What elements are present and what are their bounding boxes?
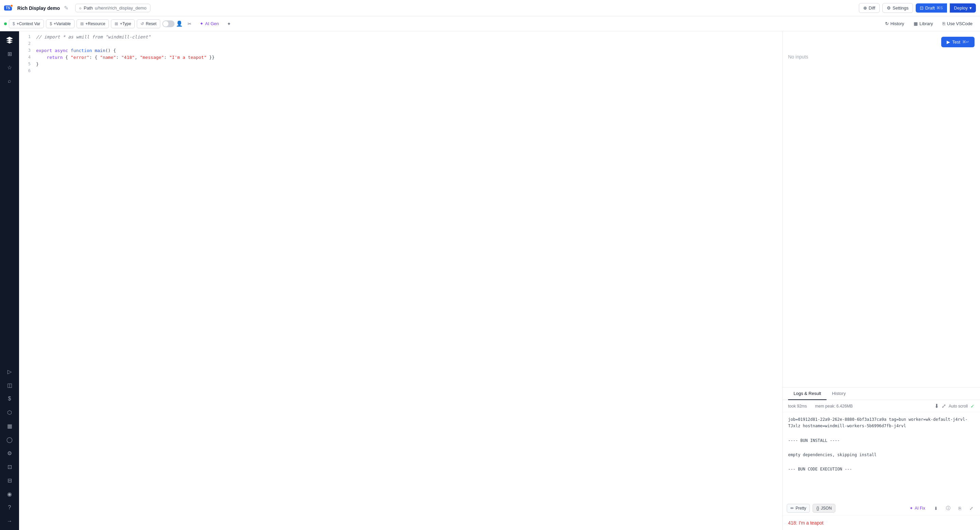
log-line-1: job=01912d81-22a9-262e-8880-6bf3a137ca9a… [788, 416, 975, 429]
pretty-tab[interactable]: ✏ Pretty [787, 504, 810, 513]
sidebar-item-star[interactable]: ☆ [3, 61, 16, 73]
code-line-3: 3 export async function main() { [19, 48, 782, 54]
test-kbd: ⌘↵ [962, 40, 969, 44]
log-line-5: empty dependencies, skipping install [788, 452, 975, 458]
draft-button[interactable]: ⊡ Draft ⌘S [916, 3, 947, 13]
person-icon: 👤 [176, 21, 183, 27]
sidebar-item-users[interactable]: ◯ [3, 433, 16, 446]
code-line-4: 4 return { "error": { "name": "418", "me… [19, 54, 782, 61]
right-panel: ▶ Test ⌘↵ No inputs Logs & Result Histor… [783, 31, 980, 530]
path-badge[interactable]: ⟐ Path u/henri/rich_display_demo [75, 4, 150, 12]
reset-icon: ↺ [140, 21, 144, 26]
took-label: took 92ms [788, 404, 807, 409]
result-expand-button[interactable]: ⤢ [967, 505, 976, 512]
result-error: 418: I'm a teapot [788, 520, 824, 525]
result-download-button[interactable]: ⬇ [931, 505, 940, 512]
dollar-icon: $ [13, 21, 15, 26]
library-button[interactable]: ▦ Library [910, 19, 937, 28]
mem-label: mem peak: 6.426MB [815, 404, 853, 409]
status-dot [4, 22, 7, 25]
resource-button[interactable]: ⊞ +Resource [76, 19, 109, 28]
sidebar-item-money[interactable]: $ [3, 393, 16, 405]
download-icon[interactable]: ⬇ [934, 403, 939, 409]
code-line-6: 6 [19, 68, 782, 75]
sidebar-item-home[interactable]: ⊞ [3, 48, 16, 60]
result-toolbar: ✏ Pretty {} JSON ✦ AI Fix ⬇ ⓘ ⎘ ⤢ [783, 501, 980, 516]
test-button[interactable]: ▶ Test ⌘↵ [941, 37, 975, 47]
sidebar-item-logo[interactable] [3, 34, 16, 46]
resource-icon: ⊞ [80, 21, 84, 26]
result-info-button[interactable]: ⓘ [943, 504, 953, 513]
library-icon: ▦ [914, 21, 918, 26]
test-header: ▶ Test ⌘↵ [788, 37, 975, 47]
sidebar-item-settings[interactable]: ⚙ [3, 447, 16, 459]
diff-icon: ⊕ [863, 5, 867, 11]
top-bar: TS Rich Display demo ✎ ⟐ Path u/henri/ri… [0, 0, 980, 16]
context-var-button[interactable]: $ +Context Var [9, 19, 44, 28]
logs-area: Logs & Result History took 92ms mem peak… [783, 387, 980, 530]
toggle-knob [163, 21, 169, 27]
ts-badge: TS [4, 5, 12, 11]
sidebar-item-help[interactable]: ? [3, 501, 16, 514]
path-icon: ⟐ [79, 5, 82, 11]
play-icon: ▶ [947, 40, 950, 44]
code-line-2: 2 [19, 41, 782, 48]
settings-button[interactable]: ⚙ Settings [882, 3, 913, 13]
app-title: Rich Display demo [18, 5, 60, 11]
use-vscode-button[interactable]: ⎘ Use VSCode [939, 19, 976, 28]
test-area: ▶ Test ⌘↵ No inputs [783, 31, 980, 387]
history-icon: ↻ [885, 21, 889, 26]
result-content: 418: I'm a teapot [783, 516, 980, 530]
brush-icon: ✏ [791, 506, 794, 511]
logo-area: TS [4, 5, 12, 11]
ai-fix-button[interactable]: ✦ AI Fix [906, 504, 929, 512]
code-editor[interactable]: 1 // import * as wmill from "windmill-cl… [19, 31, 782, 530]
sidebar-item-schedule[interactable]: ▦ [3, 420, 16, 432]
log-line-4 [788, 444, 975, 451]
sidebar-item-workspace[interactable]: ⊡ [3, 460, 16, 473]
sidebar-item-expand[interactable]: → [3, 515, 16, 527]
deploy-button[interactable]: Deploy ▾ [950, 3, 976, 13]
sidebar-item-eye[interactable]: ◉ [3, 488, 16, 500]
ai-gen-button[interactable]: ✦ AI Gen [196, 19, 222, 28]
sidebar-item-search[interactable]: ⌕ [3, 75, 16, 87]
diff-button[interactable]: ⊕ Diff [859, 3, 880, 13]
sidebar-item-flows[interactable]: ▷ [3, 365, 16, 378]
edit-icon[interactable]: ✎ [63, 3, 70, 13]
top-bar-right: ⊕ Diff ⚙ Settings ⊡ Draft ⌘S Deploy ▾ [859, 3, 976, 13]
check-icon: ✓ [970, 403, 975, 409]
variable-icon: $ [50, 21, 52, 26]
main-content: ⊞ ☆ ⌕ ▷ ◫ $ ⬡ ▦ ◯ ⚙ ⊡ ⊟ ◉ ? → 1 // impor… [0, 31, 980, 530]
toolbar: $ +Context Var $ +Variable ⊞ +Resource ⊞… [0, 16, 980, 31]
draft-icon: ⊡ [920, 5, 924, 11]
code-line-1: 1 // import * as wmill from "windmill-cl… [19, 34, 782, 41]
history-button[interactable]: ↻ History [882, 19, 907, 28]
editor-area: 1 // import * as wmill from "windmill-cl… [19, 31, 783, 530]
settings-icon: ⚙ [887, 5, 891, 11]
magic-button[interactable]: ✦ [224, 19, 234, 28]
sparkle-icon: ✦ [200, 21, 204, 26]
vscode-icon: ⎘ [943, 21, 945, 26]
toolbar-right: ↻ History ▦ Library ⎘ Use VSCode [882, 19, 976, 28]
log-line-6 [788, 459, 975, 465]
tab-logs-result[interactable]: Logs & Result [788, 387, 827, 400]
type-button[interactable]: ⊞ +Type [111, 19, 135, 28]
result-copy-button[interactable]: ⎘ [956, 505, 964, 512]
toggle-switch[interactable] [162, 21, 175, 27]
variable-button[interactable]: $ +Variable [46, 19, 75, 28]
sidebar-item-integrations[interactable]: ⬡ [3, 406, 16, 419]
wand-icon-button[interactable]: ✂ [185, 19, 194, 28]
json-tab[interactable]: {} JSON [813, 504, 835, 513]
tab-history[interactable]: History [827, 387, 851, 400]
sidebar-item-folder[interactable]: ⊟ [3, 474, 16, 486]
notify-dot [10, 5, 13, 7]
auto-scroll-label: Auto scroll [949, 404, 968, 409]
expand-icon[interactable]: ⤢ [942, 403, 946, 409]
log-line-2 [788, 430, 975, 436]
ai-fix-icon: ✦ [910, 506, 913, 511]
reset-button[interactable]: ↺ Reset [137, 19, 160, 28]
toggle-area: 👤 [162, 21, 183, 27]
logs-content: job=01912d81-22a9-262e-8880-6bf3a137ca9a… [783, 412, 980, 501]
type-icon: ⊞ [115, 21, 118, 26]
sidebar-item-apps[interactable]: ◫ [3, 379, 16, 391]
